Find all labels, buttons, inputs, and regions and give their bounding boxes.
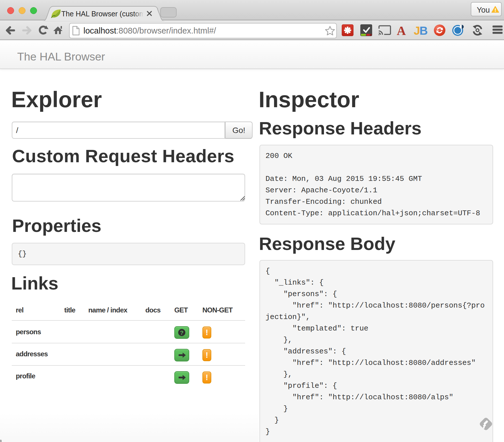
svg-text:?: ? xyxy=(180,329,184,336)
